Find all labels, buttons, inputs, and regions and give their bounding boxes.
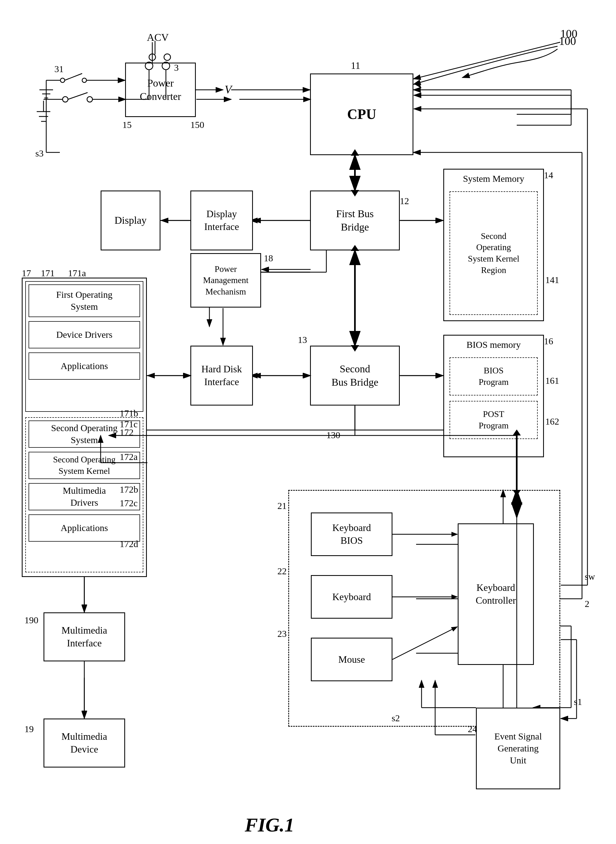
- device-drivers-label: Device Drivers: [56, 329, 113, 341]
- ref-17: 17: [22, 268, 31, 278]
- svg-marker-127: [415, 82, 422, 88]
- figure-label: FIG.1: [245, 814, 294, 837]
- multimedia-device-label: MultimediaDevice: [62, 730, 107, 756]
- ref-16: 16: [544, 336, 553, 347]
- s2-label: s2: [392, 713, 400, 723]
- ref-24: 24: [468, 724, 477, 734]
- ref-15: 15: [122, 120, 132, 130]
- acv-label: ACV: [147, 31, 169, 43]
- applications1-label: Applications: [61, 360, 108, 372]
- ref-3: 3: [174, 63, 179, 73]
- event-signal-label: Event SignalGeneratingUnit: [494, 731, 542, 767]
- multimedia-interface-box: MultimediaInterface: [44, 612, 125, 662]
- ref-23: 23: [277, 629, 287, 639]
- post-program-box: POSTProgram: [450, 401, 538, 439]
- applications2-label: Applications: [61, 522, 108, 534]
- svg-line-12: [65, 74, 82, 80]
- applications2-box: Applications: [29, 515, 140, 542]
- multimedia-drivers-label: MultimediaDrivers: [63, 485, 106, 509]
- ref-11: 11: [351, 60, 360, 71]
- first-os-section: First OperatingSystem Device Drivers App…: [25, 281, 143, 412]
- v-label: V: [224, 83, 232, 96]
- ref-18: 18: [264, 253, 273, 263]
- first-os-label: First OperatingSystem: [56, 289, 113, 313]
- svg-line-78: [68, 93, 88, 99]
- svg-line-69: [392, 627, 457, 659]
- ref-130: 130: [326, 430, 340, 440]
- hard-disk-interface-label: Hard DiskInterface: [201, 363, 242, 388]
- svg-line-25: [414, 42, 560, 79]
- bios-memory-label: BIOS memory: [447, 339, 540, 351]
- ref-19: 19: [25, 724, 34, 734]
- ref-150: 150: [191, 120, 204, 130]
- ref-172d: 172d: [120, 539, 138, 549]
- svg-point-19: [164, 54, 170, 60]
- power-mgmt-box: PowerManagementMechanism: [191, 253, 261, 307]
- ref-162: 162: [545, 416, 559, 427]
- ref-172a: 172a: [120, 452, 138, 462]
- system-memory-box: System Memory SecondOperatingSystem Kern…: [443, 169, 544, 321]
- second-bus-bridge-box: SecondBus Bridge: [310, 346, 400, 406]
- svg-point-10: [60, 78, 65, 82]
- sw-label: sw: [585, 572, 595, 582]
- ref-14: 14: [544, 170, 553, 181]
- ref-31: 31: [54, 64, 64, 74]
- ref-100: 100: [560, 27, 577, 40]
- first-bus-bridge-box: First BusBridge: [310, 191, 400, 250]
- second-os-kernel-region-label: SecondOperatingSystem KernelRegion: [468, 231, 519, 276]
- svg-point-18: [149, 54, 155, 60]
- applications1-box: Applications: [29, 353, 140, 380]
- ref-172c: 172c: [120, 498, 138, 509]
- ref-190: 190: [25, 615, 38, 625]
- bios-program-box: BIOSProgram: [450, 357, 538, 396]
- svg-point-76: [63, 97, 68, 102]
- ref-2: 2: [585, 599, 590, 609]
- ref-172b: 172b: [120, 484, 138, 495]
- hard-disk-interface-box: Hard DiskInterface: [191, 346, 253, 406]
- ref-171b: 171b: [120, 408, 138, 419]
- post-program-label: POSTProgram: [479, 409, 509, 431]
- ref-161: 161: [545, 376, 559, 386]
- s3-label: s3: [35, 149, 44, 159]
- power-converter-label: Power Converter: [126, 76, 195, 103]
- ref-171: 171: [41, 268, 55, 278]
- second-os-kernel-label: Second OperatingSystem Kernel: [53, 454, 116, 476]
- ref-171a: 171a: [68, 268, 86, 278]
- first-bus-bridge-label: First BusBridge: [336, 207, 374, 234]
- device-drivers-box: Device Drivers: [29, 321, 140, 348]
- power-mgmt-label: PowerManagementMechanism: [203, 263, 248, 297]
- first-os-box: First OperatingSystem: [29, 284, 140, 317]
- event-signal-box: Event SignalGeneratingUnit: [476, 708, 560, 789]
- ref-21: 21: [277, 501, 287, 511]
- ref-22: 22: [277, 566, 287, 576]
- bios-memory-box: BIOS memory BIOSProgram POSTProgram: [443, 335, 544, 457]
- system-memory-label: System Memory: [447, 173, 540, 185]
- svg-point-77: [87, 97, 92, 102]
- display-interface-box: DisplayInterface: [191, 191, 253, 250]
- display-label: Display: [114, 214, 147, 227]
- cpu-box: CPU: [310, 74, 414, 155]
- ref-12: 12: [400, 196, 409, 206]
- s1-label: s1: [574, 697, 582, 707]
- ref-13: 13: [298, 335, 307, 345]
- second-bus-bridge-label: SecondBus Bridge: [331, 362, 378, 389]
- keyboard-area-container: KeyboardBIOS Keyboard Mouse KeyboardCont…: [288, 490, 560, 727]
- bios-program-label: BIOSProgram: [479, 365, 509, 388]
- ref-141: 141: [545, 275, 559, 285]
- svg-point-11: [82, 78, 87, 82]
- multimedia-interface-label: MultimediaInterface: [62, 624, 107, 650]
- cpu-label: CPU: [347, 105, 376, 124]
- display-interface-label: DisplayInterface: [204, 208, 239, 233]
- second-os-kernel-region-box: SecondOperatingSystem KernelRegion: [450, 191, 538, 315]
- power-converter-box: Power Converter: [125, 63, 196, 117]
- second-os-label: Second OperatingSystem: [51, 422, 118, 446]
- display-box: Display: [101, 191, 160, 250]
- multimedia-device-box: MultimediaDevice: [44, 719, 125, 768]
- ref-172: 172: [120, 427, 133, 438]
